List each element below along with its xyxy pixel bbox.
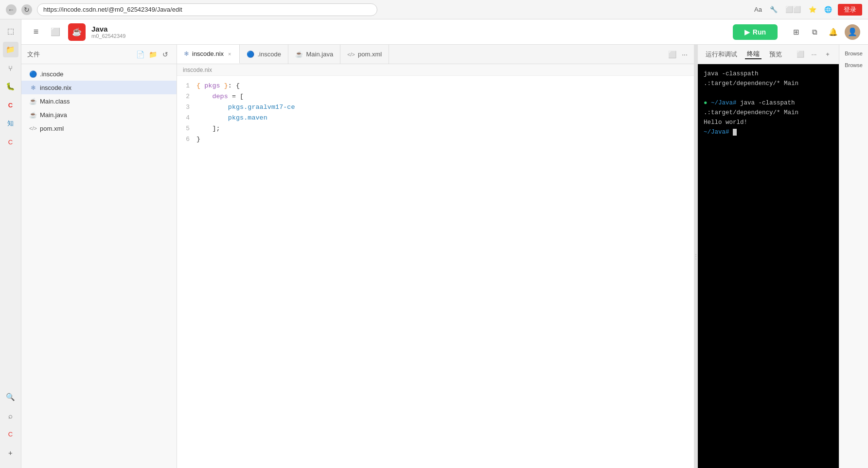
file-item-inscode-nix[interactable]: ❄ inscode.nix <box>21 81 177 94</box>
line-number-2: 2 <box>177 91 196 102</box>
browser-action-2[interactable]: 🔧 <box>768 5 779 14</box>
nix-icon: ❄ <box>29 84 37 91</box>
file-item-inscode[interactable]: 🔵 .inscode <box>21 67 177 81</box>
right-panel: Browse Browse <box>839 45 868 468</box>
file-sidebar-title: 文件 <box>27 50 40 59</box>
tab-close-button[interactable]: × <box>227 51 232 57</box>
url-text: https://incode.csdn.net/@m0_62542349/Jav… <box>43 6 182 13</box>
code-line-5: 5 ]; <box>177 123 694 134</box>
terminal-line-1: java -classpath .:target/dependency/* Ma… <box>704 69 833 88</box>
file-item-main-java[interactable]: ☕ Main.java <box>21 108 177 121</box>
terminal-add-button[interactable]: + <box>822 49 833 60</box>
hamburger-button[interactable]: ≡ <box>29 25 43 39</box>
new-file-button[interactable]: 📄 <box>135 49 145 60</box>
tab-bar: ❄ inscode.nix × 🔵 .inscode ☕ Main.java <… <box>177 45 694 64</box>
terminal-line-5: ~/Java# <box>704 127 833 137</box>
tab-inscode[interactable]: 🔵 .inscode <box>240 45 288 64</box>
refresh-files-button[interactable]: ↺ <box>160 49 171 60</box>
browser-action-3[interactable]: ⬜⬜ <box>783 5 803 14</box>
code-editor[interactable]: 1 { pkgs }: { 2 deps = [ 3 pkgs.graalvm1… <box>177 76 694 468</box>
file-name: .inscode <box>40 70 63 78</box>
line-number-6: 6 <box>177 134 196 145</box>
file-item-main-class[interactable]: ☕ Main.class <box>21 94 177 108</box>
terminal-tab-debug[interactable]: 运行和调试 <box>704 50 739 59</box>
line-content-3: pkgs.graalvm17-ce <box>196 102 694 113</box>
tab-label: inscode.nix <box>192 50 224 57</box>
tab-label: pom.xml <box>358 51 382 58</box>
address-bar[interactable]: https://incode.csdn.net/@m0_62542349/Jav… <box>37 3 377 16</box>
sidebar-icon-git[interactable]: ⑂ <box>3 60 18 76</box>
code-line-2: 2 deps = [ <box>177 91 694 102</box>
line-content-1: { pkgs }: { <box>196 81 694 91</box>
terminal-tab-actions: ⬜ ··· + <box>795 49 833 60</box>
terminal-more-button[interactable]: ··· <box>809 49 819 60</box>
browser-action-4[interactable]: ⭐ <box>807 5 818 14</box>
browser-action-5[interactable]: 🌐 <box>822 5 834 14</box>
sidebar-icon-layout[interactable]: ⬚ <box>3 23 18 39</box>
tab-icon-inscode: 🔵 <box>247 51 254 58</box>
terminal-tab-preview[interactable]: 预览 <box>767 50 784 59</box>
terminal-line-2 <box>704 88 833 98</box>
sidebar-icon-debug[interactable]: 🐛 <box>3 79 18 94</box>
project-user: m0_62542349 <box>91 33 125 39</box>
sidebar-icon-search2[interactable]: ⌕ <box>3 408 18 423</box>
browser-action-1[interactable]: Aa <box>752 5 764 14</box>
code-line-4: 4 pkgs.maven <box>177 113 694 123</box>
sidebar-icon-c3[interactable]: C <box>3 426 18 442</box>
file-name: inscode.nix <box>40 84 71 91</box>
tab-bar-actions: ⬜ ··· <box>663 45 694 64</box>
panel-divider[interactable] <box>694 45 698 468</box>
sidebar-icon-search[interactable]: 🔍 <box>3 389 18 405</box>
file-name: Main.class <box>40 98 70 105</box>
line-content-4: pkgs.maven <box>196 113 694 123</box>
top-bar-actions: ⊞ ⧉ 🔔 👤 <box>789 24 860 40</box>
top-bar: ≡ ⬜ ☕ Java m0_62542349 ▶ Run ⊞ ⧉ 🔔 👤 <box>21 19 868 45</box>
line-number-5: 5 <box>177 123 196 134</box>
terminal-line-4: Hello world! <box>704 118 833 127</box>
split-button[interactable]: ⧉ <box>808 25 821 39</box>
icon-sidebar: ⬚ 📁 ⑂ 🐛 C 知 C 🔍 ⌕ C + <box>0 19 21 468</box>
sidebar-icon-files[interactable]: 📁 <box>3 42 18 57</box>
sidebar-icon-add[interactable]: + <box>3 445 18 460</box>
browser-actions: Aa 🔧 ⬜⬜ ⭐ 🌐 登录 <box>752 4 862 16</box>
tab-icon-nix: ❄ <box>184 50 189 57</box>
file-name: pom.xml <box>40 125 64 132</box>
avatar[interactable]: 👤 <box>845 24 860 40</box>
terminal-split-button[interactable]: ⬜ <box>795 49 806 60</box>
file-item-pom-xml[interactable]: </> pom.xml <box>21 121 177 135</box>
code-line-6: 6 } <box>177 134 694 145</box>
class-icon: ☕ <box>29 97 37 105</box>
new-folder-button[interactable]: 📁 <box>147 49 158 60</box>
terminal-content[interactable]: java -classpath .:target/dependency/* Ma… <box>698 64 839 468</box>
breadcrumb: inscode.nix <box>177 64 694 76</box>
main-content: ≡ ⬜ ☕ Java m0_62542349 ▶ Run ⊞ ⧉ 🔔 👤 <box>21 19 868 468</box>
tab-main-java[interactable]: ☕ Main.java <box>288 45 340 64</box>
browse-button-2[interactable]: Browse <box>841 60 867 70</box>
grid-button[interactable]: ⊞ <box>789 25 803 39</box>
editor-area: ❄ inscode.nix × 🔵 .inscode ☕ Main.java <… <box>177 45 694 468</box>
green-dot: ● <box>704 100 708 106</box>
more-button[interactable]: ··· <box>679 49 690 60</box>
login-button[interactable]: 登录 <box>838 4 862 16</box>
bell-button[interactable]: 🔔 <box>826 25 840 39</box>
refresh-button[interactable]: ↻ <box>21 4 32 15</box>
run-label: Run <box>753 28 766 36</box>
tab-pom-xml[interactable]: </> pom.xml <box>340 45 389 64</box>
file-list: 🔵 .inscode ❄ inscode.nix ☕ Main.class ☕ … <box>21 64 177 138</box>
terminal-prompt-2: ~/Java# <box>704 129 729 136</box>
tab-label: .inscode <box>257 51 281 58</box>
browse-button-1[interactable]: Browse <box>841 49 867 58</box>
sidebar-icon-c2[interactable]: C <box>3 134 18 150</box>
terminal-tab-terminal[interactable]: 终端 <box>745 50 762 59</box>
sidebar-icon-ai[interactable]: 知 <box>3 116 18 131</box>
sidebar-icon-csdn-red[interactable]: C <box>3 97 18 113</box>
xml-icon: </> <box>29 124 37 132</box>
run-button[interactable]: ▶ Run <box>733 24 778 40</box>
file-sidebar-actions: 📄 📁 ↺ <box>135 49 171 60</box>
work-area: 文件 📄 📁 ↺ 🔵 .inscode ❄ inscode.nix <box>21 45 868 468</box>
layout-button[interactable]: ⬜ <box>49 25 62 39</box>
back-button[interactable]: ← <box>6 4 17 15</box>
tab-inscode-nix[interactable]: ❄ inscode.nix × <box>177 45 240 64</box>
split-editor-button[interactable]: ⬜ <box>667 49 677 60</box>
app-container: ⬚ 📁 ⑂ 🐛 C 知 C 🔍 ⌕ C + ≡ ⬜ ☕ Java m0_6254… <box>0 19 868 468</box>
